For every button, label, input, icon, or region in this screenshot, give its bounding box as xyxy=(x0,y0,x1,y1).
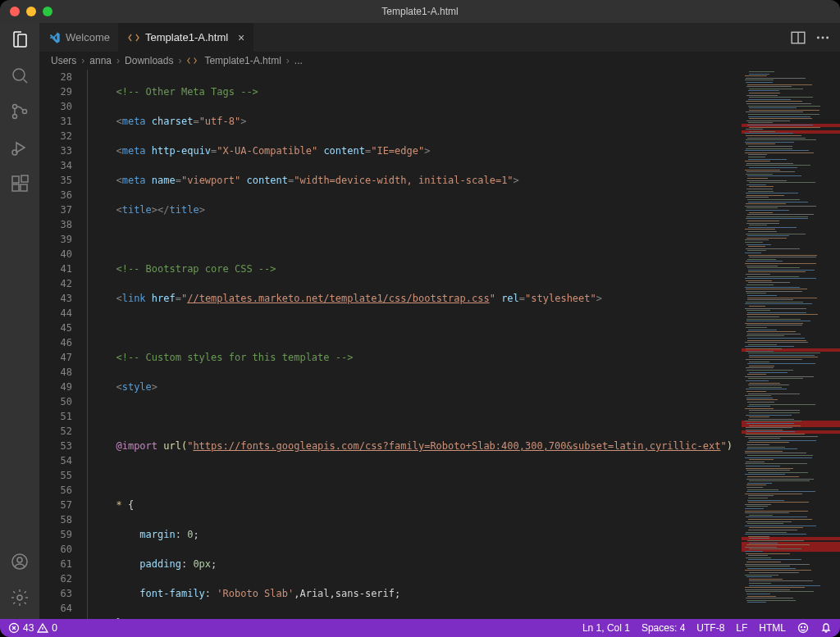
svg-rect-6 xyxy=(12,184,19,191)
minimap-line xyxy=(746,216,808,217)
minimap-line xyxy=(746,261,783,262)
run-debug-icon[interactable] xyxy=(10,138,30,157)
minimap-line xyxy=(745,463,807,464)
minimap-line xyxy=(746,380,769,381)
minimap-line xyxy=(745,239,769,240)
minimap-line xyxy=(748,106,820,107)
minimap-line xyxy=(746,218,808,219)
tab-file-label: Template1-A.html xyxy=(145,31,228,43)
code-token xyxy=(104,558,139,570)
tab-welcome[interactable]: Welcome xyxy=(39,23,119,52)
code-token: > xyxy=(424,145,430,157)
minimap-line xyxy=(746,193,798,193)
notifications-bell-icon[interactable] xyxy=(820,622,832,634)
cursor-position[interactable]: Ln 1, Col 1 xyxy=(582,622,630,634)
minimap-line xyxy=(749,306,765,307)
code-token: < xyxy=(104,116,122,127)
minimap-line xyxy=(746,78,806,79)
minimap-line xyxy=(746,331,796,332)
code-token xyxy=(104,499,116,511)
minimap-line xyxy=(745,170,780,171)
minimap-line xyxy=(746,143,775,144)
minimap-line xyxy=(745,287,800,288)
breadcrumbs: Users › anna › Downloads › Template1-A.h… xyxy=(39,52,840,70)
minimap-line xyxy=(746,184,766,185)
crumb-downloads[interactable]: Downloads xyxy=(125,55,173,66)
code-token: //templates.marketo.net/template1/css/bo… xyxy=(187,293,489,304)
problems-errors[interactable]: 43 xyxy=(8,622,34,634)
minimap-line xyxy=(747,334,801,334)
encoding[interactable]: UTF-8 xyxy=(696,622,724,634)
search-icon[interactable] xyxy=(10,66,30,85)
indentation[interactable]: Spaces: 4 xyxy=(641,622,685,634)
minimap-line xyxy=(746,466,780,466)
minimap-line xyxy=(746,165,810,166)
minimap-line xyxy=(746,203,786,204)
minimap-line xyxy=(746,148,792,149)
minimap-line xyxy=(748,246,765,247)
minimap-line xyxy=(746,367,774,368)
svg-point-17 xyxy=(799,624,808,633)
crumb-file[interactable]: Template1-A.html xyxy=(204,55,281,66)
minimap-line xyxy=(746,291,802,292)
minimap-line xyxy=(747,267,800,268)
problems-warnings[interactable]: 0 xyxy=(37,622,57,634)
minimap-line xyxy=(745,75,767,76)
line-number: 58 xyxy=(39,512,72,527)
crumb-more[interactable]: ... xyxy=(294,55,303,66)
minimap-line xyxy=(747,316,779,317)
line-number: 42 xyxy=(39,276,72,291)
minimap-line xyxy=(745,346,794,347)
code-token: " xyxy=(720,440,726,452)
code-token: < xyxy=(104,175,122,186)
eol[interactable]: LF xyxy=(736,622,747,634)
code-area[interactable]: <!-- Other Meta Tags --> <meta charset="… xyxy=(87,70,742,619)
explorer-icon[interactable] xyxy=(10,30,30,49)
crumb-users[interactable]: Users xyxy=(51,55,76,66)
minimap-line xyxy=(749,538,769,539)
svg-point-13 xyxy=(817,36,819,39)
code-token: < xyxy=(104,145,122,157)
line-number: 54 xyxy=(39,453,72,468)
minimize-window-button[interactable] xyxy=(26,7,36,16)
minimap-line xyxy=(748,231,777,232)
minimap-line xyxy=(748,255,817,256)
line-number: 36 xyxy=(39,188,72,202)
minimap-line xyxy=(746,415,792,416)
svg-point-11 xyxy=(17,595,22,600)
feedback-icon[interactable] xyxy=(797,622,809,634)
crumb-anna[interactable]: anna xyxy=(89,55,112,66)
line-number: 57 xyxy=(39,498,72,512)
source-control-icon[interactable] xyxy=(10,102,30,121)
more-actions-icon[interactable] xyxy=(815,30,830,45)
code-token: @import xyxy=(116,440,158,452)
minimap-line xyxy=(745,457,812,458)
code-token: ; xyxy=(193,529,199,540)
extensions-icon[interactable] xyxy=(10,174,30,193)
minimap-line xyxy=(745,376,814,377)
minimap-line xyxy=(747,276,799,277)
minimap-line xyxy=(745,142,794,143)
minimap-line xyxy=(748,154,767,155)
minimap-line xyxy=(746,248,800,249)
close-tab-icon[interactable]: × xyxy=(238,31,244,44)
tab-file[interactable]: Template1-A.html × xyxy=(119,23,253,52)
minimap-line xyxy=(747,125,813,125)
language-mode[interactable]: HTML xyxy=(759,622,786,634)
accounts-icon[interactable] xyxy=(10,552,30,571)
minimap-line xyxy=(745,303,812,304)
settings-gear-icon[interactable] xyxy=(10,588,30,607)
minimap-line xyxy=(748,159,787,160)
minimap-line xyxy=(749,548,801,549)
minimap-line xyxy=(748,157,765,157)
minimap-line xyxy=(748,122,773,123)
close-window-button[interactable] xyxy=(10,7,20,16)
minimap-line xyxy=(749,410,800,411)
line-number: 30 xyxy=(39,99,72,114)
minimap[interactable]: /* generated below by loop */ xyxy=(742,70,840,619)
tab-actions xyxy=(781,23,840,52)
minimap-line xyxy=(748,90,779,91)
split-editor-icon[interactable] xyxy=(791,30,806,45)
maximize-window-button[interactable] xyxy=(43,7,52,16)
minimap-line xyxy=(748,146,792,147)
